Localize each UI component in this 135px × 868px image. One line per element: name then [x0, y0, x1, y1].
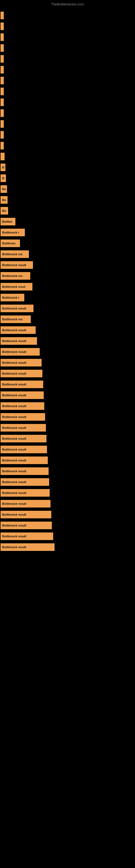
- bottleneck-bar: Bottleneck resul: [1, 283, 32, 290]
- list-item: [0, 76, 135, 85]
- list-item: Bottleneck result: [0, 358, 135, 367]
- bottleneck-bar: B: [1, 175, 6, 182]
- bottleneck-bar: Bottleneck result: [1, 370, 42, 377]
- list-item: [0, 130, 135, 140]
- bottleneck-bar: Bottleneck result: [1, 478, 49, 486]
- bottleneck-bar: [1, 33, 4, 41]
- bottleneck-bar: Bottleneck result: [1, 446, 47, 453]
- bottleneck-bar: [1, 66, 4, 73]
- bottleneck-bar: Bottleneck result: [1, 435, 46, 442]
- bottleneck-bar: Bottleneck result: [1, 305, 34, 312]
- bottleneck-bar: Bottleneck res: [1, 250, 29, 258]
- list-item: Bo: [0, 195, 135, 205]
- bottleneck-bar: Bottleneck result: [1, 392, 44, 399]
- bottleneck-bar: [1, 88, 4, 95]
- bottleneck-bar: [1, 153, 5, 160]
- bottleneck-bar: [1, 55, 4, 63]
- list-item: Bottleneck result: [0, 412, 135, 422]
- bottleneck-bar: Bottleneck res: [1, 315, 31, 323]
- list-item: B: [0, 174, 135, 183]
- bottleneck-bar: Bottleneck result: [1, 337, 37, 345]
- list-item: [0, 43, 135, 53]
- list-item: Bottleneck result: [0, 477, 135, 487]
- bottleneck-bar: Bottleneck r: [1, 229, 25, 236]
- list-item: Bottleneck result: [0, 445, 135, 454]
- list-item: [0, 33, 135, 42]
- bottleneck-bar: Bottlenec: [1, 240, 20, 247]
- bottleneck-bar: Bottleneck result: [1, 261, 33, 269]
- list-item: Bottleneck result: [0, 326, 135, 335]
- list-item: Bottleneck result: [0, 369, 135, 378]
- bottleneck-bar: [1, 120, 4, 128]
- list-item: Bottleneck r: [0, 293, 135, 302]
- list-item: Bottleneck result: [0, 488, 135, 497]
- bottleneck-bar: Bo: [1, 207, 8, 215]
- list-item: [0, 87, 135, 96]
- bottleneck-bar: Bottleneck result: [1, 380, 43, 388]
- bottleneck-bar: Bottlen: [1, 218, 15, 225]
- list-item: Bottleneck result: [0, 304, 135, 313]
- bottleneck-bar: Bo: [1, 185, 7, 193]
- list-item: Bottleneck result: [0, 434, 135, 443]
- list-item: Bottleneck result: [0, 336, 135, 346]
- list-item: [0, 108, 135, 118]
- bottleneck-bar: Bottleneck result: [1, 348, 40, 355]
- list-item: Bottleneck result: [0, 532, 135, 541]
- list-item: B: [0, 163, 135, 172]
- bottleneck-bar: [1, 109, 4, 117]
- page-wrapper: TheBottlenecker.com BBBoBoBoBottlenBottl…: [0, 0, 135, 553]
- bottleneck-bar: Bo: [1, 196, 8, 204]
- list-item: Bottleneck res: [0, 315, 135, 324]
- bottleneck-bar: [1, 44, 4, 52]
- list-item: Bottleneck result: [0, 542, 135, 552]
- bottleneck-bar: Bottleneck result: [1, 511, 51, 518]
- bottleneck-bar: Bottleneck result: [1, 532, 53, 540]
- bottleneck-bar: Bottleneck result: [1, 359, 42, 367]
- list-item: Bottleneck result: [0, 401, 135, 411]
- list-item: [0, 11, 135, 20]
- items-list: BBBoBoBoBottlenBottleneck rBottlenecBott…: [0, 7, 135, 553]
- list-item: Bottleneck res: [0, 250, 135, 259]
- list-item: Bottleneck result: [0, 499, 135, 508]
- bottleneck-bar: Bottleneck result: [1, 543, 54, 551]
- list-item: Bottleneck r: [0, 228, 135, 237]
- bottleneck-bar: [1, 98, 4, 106]
- list-item: Bottleneck result: [0, 347, 135, 356]
- list-item: [0, 98, 135, 107]
- list-item: [0, 119, 135, 129]
- list-item: Bottleneck result: [0, 521, 135, 530]
- bottleneck-bar: Bottleneck result: [1, 467, 49, 475]
- bottleneck-bar: Bottleneck result: [1, 500, 50, 507]
- list-item: [0, 22, 135, 31]
- list-item: Bottleneck result: [0, 380, 135, 389]
- list-item: [0, 54, 135, 63]
- list-item: Bottleneck result: [0, 510, 135, 519]
- bottleneck-bar: [1, 77, 4, 84]
- bottleneck-bar: Bottleneck result: [1, 413, 45, 421]
- bottleneck-bar: [1, 131, 4, 138]
- site-title: TheBottlenecker.com: [0, 0, 135, 7]
- list-item: Bottleneck res: [0, 271, 135, 280]
- bottleneck-bar: Bottleneck result: [1, 457, 48, 464]
- bottleneck-bar: Bottleneck res: [1, 272, 30, 280]
- list-item: [0, 152, 135, 161]
- bottleneck-bar: Bottleneck result: [1, 424, 46, 432]
- bottleneck-bar: [1, 142, 4, 150]
- list-item: [0, 65, 135, 74]
- list-item: Bottleneck result: [0, 467, 135, 476]
- list-item: Bottlen: [0, 217, 135, 226]
- bottleneck-bar: [1, 23, 4, 30]
- list-item: Bottlenec: [0, 239, 135, 248]
- bottleneck-bar: Bottleneck r: [1, 294, 24, 301]
- bottleneck-bar: Bottleneck result: [1, 489, 50, 497]
- list-item: [0, 141, 135, 150]
- list-item: Bottleneck resul: [0, 282, 135, 291]
- bottleneck-bar: [1, 12, 4, 19]
- list-item: Bo: [0, 184, 135, 194]
- list-item: Bottleneck result: [0, 423, 135, 432]
- bottleneck-bar: Bottleneck result: [1, 326, 36, 334]
- list-item: Bo: [0, 206, 135, 215]
- bottleneck-bar: Bottleneck result: [1, 402, 44, 410]
- bottleneck-bar: B: [1, 163, 5, 171]
- list-item: Bottleneck result: [0, 391, 135, 400]
